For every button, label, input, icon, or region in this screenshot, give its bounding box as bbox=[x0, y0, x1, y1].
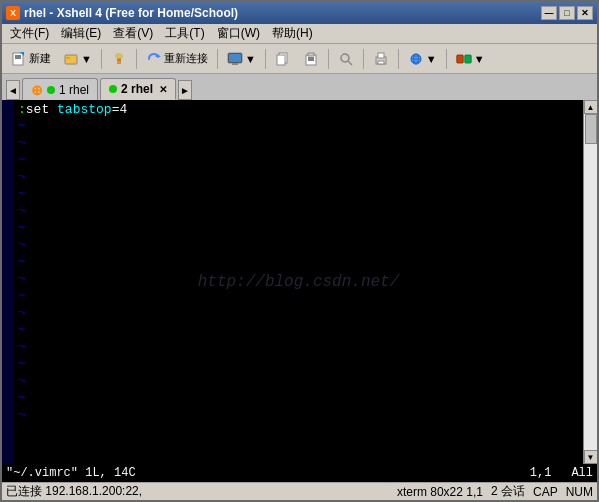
scrollbar-thumb[interactable] bbox=[585, 114, 597, 144]
window-title: rhel - Xshell 4 (Free for Home/School) bbox=[24, 6, 238, 20]
menu-view[interactable]: 查看(V) bbox=[107, 24, 159, 43]
transfer-button[interactable]: ▼ bbox=[451, 47, 490, 71]
svg-rect-11 bbox=[229, 54, 241, 62]
svg-rect-29 bbox=[456, 55, 462, 63]
svg-rect-5 bbox=[65, 57, 70, 59]
tilde-line: ~ bbox=[18, 304, 579, 321]
menu-bar: 文件(F) 编辑(E) 查看(V) 工具(T) 窗口(W) 帮助(H) bbox=[2, 24, 597, 44]
tilde-line: ~ bbox=[18, 185, 579, 202]
svg-rect-22 bbox=[378, 53, 384, 58]
monitor-icon bbox=[227, 51, 243, 67]
term-info: xterm 80x22 1,1 bbox=[397, 485, 483, 499]
reconnect-button[interactable]: 重新连接 bbox=[141, 47, 213, 71]
menu-edit[interactable]: 编辑(E) bbox=[55, 24, 107, 43]
tilde-line: ~ bbox=[18, 355, 579, 372]
print-button[interactable] bbox=[368, 47, 394, 71]
open-icon bbox=[63, 51, 79, 67]
globe-button[interactable]: ▼ bbox=[403, 47, 442, 71]
title-controls: — □ ✕ bbox=[541, 6, 593, 20]
paste-icon bbox=[303, 51, 319, 67]
find-button[interactable] bbox=[333, 47, 359, 71]
svg-rect-23 bbox=[378, 61, 384, 64]
toolbar-sep-3 bbox=[217, 49, 218, 69]
toolbar-sep-8 bbox=[446, 49, 447, 69]
tab-1-rhel[interactable]: ⊕ 1 rhel bbox=[22, 78, 98, 100]
tilde-line: ~ bbox=[18, 253, 579, 270]
tilde-line: ~ bbox=[18, 270, 579, 287]
menu-tools[interactable]: 工具(T) bbox=[159, 24, 210, 43]
tab-2-label: 2 rhel bbox=[121, 82, 153, 96]
svg-rect-30 bbox=[464, 55, 470, 63]
tab-bar: ◄ ⊕ 1 rhel 2 rhel ✕ ► bbox=[2, 74, 597, 100]
tilde-line: ~ bbox=[18, 117, 579, 134]
svg-rect-12 bbox=[232, 63, 238, 65]
toolbar-sep-1 bbox=[101, 49, 102, 69]
tilde-line: ~ bbox=[18, 151, 579, 168]
terminal-content[interactable]: :set tabstop=4 ~ ~ ~ ~ ~ ~ ~ ~ ~ ~ ~ ~ ~… bbox=[14, 100, 583, 464]
vim-status-bar: "~/.vimrc" 1L, 14C 1,1 All bbox=[2, 464, 597, 482]
scrollbar-track[interactable] bbox=[584, 114, 598, 450]
tab-2-rhel[interactable]: 2 rhel ✕ bbox=[100, 78, 176, 100]
transfer-dropdown-arrow: ▼ bbox=[474, 53, 485, 65]
vim-mode: All bbox=[571, 466, 593, 480]
tab-right-button[interactable]: ► bbox=[178, 80, 192, 100]
main-window: X rhel - Xshell 4 (Free for Home/School)… bbox=[0, 0, 599, 502]
tab-1-status-dot bbox=[47, 86, 55, 94]
tilde-line: ~ bbox=[18, 372, 579, 389]
connection-status: 已连接 192.168.1.200:22, bbox=[6, 483, 142, 500]
new-label: 新建 bbox=[29, 51, 51, 66]
paste-button[interactable] bbox=[298, 47, 324, 71]
find-icon bbox=[338, 51, 354, 67]
title-bar: X rhel - Xshell 4 (Free for Home/School)… bbox=[2, 2, 597, 24]
reconnect-icon bbox=[146, 51, 162, 67]
globe-icon bbox=[408, 51, 424, 67]
tilde-line: ~ bbox=[18, 236, 579, 253]
tab-close-button[interactable]: ✕ bbox=[159, 84, 167, 95]
tab-left-button[interactable]: ◄ bbox=[6, 80, 20, 100]
vim-position: 1,1 bbox=[530, 466, 552, 480]
tilde-line: ~ bbox=[18, 219, 579, 236]
scrollbar-down-button[interactable]: ▼ bbox=[584, 450, 598, 464]
minimize-button[interactable]: — bbox=[541, 6, 557, 20]
vim-option: tabstop bbox=[57, 102, 112, 117]
tilde-line: ~ bbox=[18, 389, 579, 406]
toolbar-sep-6 bbox=[363, 49, 364, 69]
tilde-line: ~ bbox=[18, 287, 579, 304]
svg-rect-0 bbox=[13, 53, 23, 65]
menu-window[interactable]: 窗口(W) bbox=[211, 24, 266, 43]
status-right: xterm 80x22 1,1 2 会话 CAP NUM bbox=[397, 483, 593, 500]
copy-button[interactable] bbox=[270, 47, 296, 71]
properties-button[interactable] bbox=[106, 47, 132, 71]
vim-colon: : bbox=[18, 102, 26, 117]
vim-equals: =4 bbox=[112, 102, 128, 117]
num-lock-indicator: NUM bbox=[566, 485, 593, 499]
reconnect-label: 重新连接 bbox=[164, 51, 208, 66]
toolbar-sep-7 bbox=[398, 49, 399, 69]
status-left: 已连接 192.168.1.200:22, bbox=[6, 483, 397, 500]
terminal-scrollbar[interactable]: ▲ ▼ bbox=[583, 100, 597, 464]
app-icon: X bbox=[6, 6, 20, 20]
tab-pin-icon: ⊕ bbox=[31, 82, 43, 98]
svg-rect-14 bbox=[277, 55, 285, 65]
vim-set-keyword: set bbox=[26, 102, 57, 117]
status-bar: 已连接 192.168.1.200:22, xterm 80x22 1,1 2 … bbox=[2, 482, 597, 500]
tilde-lines: ~ ~ ~ ~ ~ ~ ~ ~ ~ ~ ~ ~ ~ ~ ~ ~ ~ ~ bbox=[18, 117, 579, 423]
toolbar-sep-2 bbox=[136, 49, 137, 69]
svg-rect-16 bbox=[308, 53, 314, 56]
open-dropdown-button[interactable]: ▼ bbox=[58, 47, 97, 71]
new-button[interactable]: 新建 bbox=[6, 47, 56, 71]
tilde-line: ~ bbox=[18, 406, 579, 423]
terminal-container[interactable]: :set tabstop=4 ~ ~ ~ ~ ~ ~ ~ ~ ~ ~ ~ ~ ~… bbox=[2, 100, 597, 464]
toolbar-sep-4 bbox=[265, 49, 266, 69]
menu-help[interactable]: 帮助(H) bbox=[266, 24, 319, 43]
maximize-button[interactable]: □ bbox=[559, 6, 575, 20]
monitor-button[interactable]: ▼ bbox=[222, 47, 261, 71]
close-button[interactable]: ✕ bbox=[577, 6, 593, 20]
dropdown-arrow: ▼ bbox=[81, 53, 92, 65]
scrollbar-up-button[interactable]: ▲ bbox=[584, 100, 598, 114]
vim-command-line: :set tabstop=4 bbox=[18, 102, 579, 117]
menu-file[interactable]: 文件(F) bbox=[4, 24, 55, 43]
vim-filename: "~/.vimrc" 1L, 14C bbox=[6, 466, 268, 480]
tilde-line: ~ bbox=[18, 202, 579, 219]
caps-lock-indicator: CAP bbox=[533, 485, 558, 499]
